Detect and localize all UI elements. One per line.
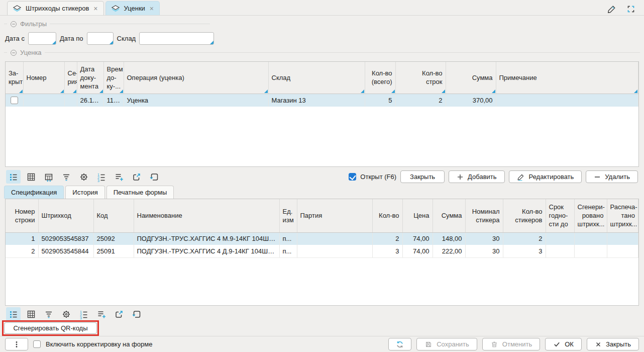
col-closed[interactable]: За- крыт [6,62,23,94]
cell-printed [607,232,638,245]
col-amount[interactable]: Сумма [433,199,465,232]
col-line-number[interactable]: Номер строки [6,199,38,232]
tab-specification[interactable]: Спецификация [4,186,64,199]
cell-amount: 148,00 [433,232,465,245]
add-row-icon[interactable] [94,307,109,321]
col-stickers-count[interactable]: Кол-во стикеров [503,199,546,232]
open-external-icon[interactable] [112,307,126,321]
collapse-minus-icon[interactable] [10,49,17,56]
col-sticker-value[interactable]: Номинал стикера [465,199,503,232]
date-from-label: Дата с [5,35,25,42]
tab-label: Уценки [124,5,145,12]
cell-price: 74,00 [402,232,433,245]
col-qty-total[interactable]: Кол-во (всего) [365,62,395,94]
col-warehouse[interactable]: Склад [268,62,365,94]
col-generated[interactable]: Сгенери- ровано штрихк... [574,199,607,232]
col-doc-date[interactable]: Дата доку- мента [77,62,103,94]
warehouse-field[interactable] [139,32,214,45]
svg-text:3: 3 [97,179,99,182]
col-unit[interactable]: Ед. изм [279,199,297,232]
more-actions-button[interactable] [5,338,28,350]
filter-icon[interactable] [41,307,56,321]
document-tabbar: Штрихкоды стикеров × Уценки × [0,0,644,16]
cancel-button[interactable]: Отменить [482,338,540,350]
grid-view-icon[interactable] [24,307,38,321]
plus-icon [457,173,464,181]
gear-icon[interactable] [59,307,73,321]
close-button[interactable]: Закрыть [587,338,639,350]
filter-icon[interactable] [59,170,73,184]
table-row[interactable]: 26.11.25 11:03 Уценка Магазин 13 5 2 370… [6,94,638,107]
date-from-input[interactable] [29,33,56,44]
reload-icon[interactable] [147,170,161,184]
minus-icon [594,173,601,181]
generate-qr-button[interactable]: Сгенерировать QR-коды [4,322,97,334]
cell-code: 25091 [93,245,134,257]
cell-price: 74,00 [402,245,433,257]
list-view-icon[interactable] [6,307,21,321]
date-to-field[interactable] [87,32,114,45]
col-note[interactable]: Примечание [496,62,638,94]
numbered-list-icon[interactable]: 123 [94,170,109,184]
open-external-icon[interactable] [129,170,144,184]
open-checkbox[interactable] [349,173,356,181]
date-to-input[interactable] [87,33,113,44]
cell-doc-date: 26.11.25 [77,94,103,107]
cell-barcode: 5029053545844 [38,245,93,257]
tab-close-icon[interactable]: × [149,5,154,12]
edit-button[interactable]: Редактировать [509,170,582,183]
fullscreen-icon[interactable] [626,4,636,14]
col-code[interactable]: Код [93,199,134,232]
cell-expiry [546,232,574,245]
pencil-icon[interactable] [607,4,617,14]
table-row[interactable]: 2 5029053545844 25091 ПОДГУЗН.-ТРУС.ХАГГ… [6,245,638,257]
cell-operation: Уценка [124,94,268,107]
table-row[interactable]: 1 5029053545837 25092 ПОДГУЗН.-ТРУС.ХАГГ… [6,232,638,245]
cell-doc-time: 11:03 [103,94,124,107]
col-sum[interactable]: Сумма [446,62,496,94]
col-expiry[interactable]: Срок годно- сти до [546,199,574,232]
tab-print-forms[interactable]: Печатные формы [106,186,174,199]
col-printed[interactable]: Распеча- тано штрихк... [607,199,638,232]
col-operation[interactable]: Операция (уценка) [124,62,268,94]
x-icon [595,341,602,348]
cell-qty-total: 5 [365,94,395,107]
col-rows-count[interactable]: Кол-во строк [395,62,446,94]
col-batch[interactable]: Партия [297,199,372,232]
gear-icon[interactable] [76,170,91,184]
tab-sticker-barcodes[interactable]: Штрихкоды стикеров × [7,1,104,15]
close-doc-button[interactable]: Закрыть [400,170,445,183]
col-barcode[interactable]: Штрихкод [38,199,93,232]
refresh-button[interactable] [388,338,411,350]
delete-button[interactable]: Удалить [586,170,638,183]
col-price[interactable]: Цена [402,199,433,232]
col-doc-time[interactable]: Врем до- ку-... [103,62,124,94]
numbered-list-icon[interactable]: 123 [76,307,91,321]
collapse-minus-icon[interactable] [10,21,17,28]
adjust-checkbox[interactable] [33,340,41,348]
bottom-bar: Включить корректировку на форме Сохранит… [0,336,644,352]
documents-table-panel: За- крыт Номер Се- рия Дата доку- мента … [5,61,639,167]
qr-button-highlight: Сгенерировать QR-коды [2,320,99,336]
tab-history[interactable]: История [65,186,104,199]
cell-amount: 222,00 [433,245,465,257]
row-closed-checkbox[interactable] [11,97,18,104]
col-name[interactable]: Наименование [134,199,279,232]
col-series[interactable]: Се- рия [64,62,77,94]
dots-vertical-icon [13,340,21,348]
save-button[interactable]: Сохранить [416,338,477,350]
date-from-field[interactable] [28,32,56,45]
col-qty[interactable]: Кол-во [372,199,402,232]
add-row-icon[interactable] [112,170,126,184]
add-button[interactable]: Добавить [449,170,504,183]
col-number[interactable]: Номер [23,62,64,94]
grid-view-icon[interactable] [24,170,38,184]
reload-icon[interactable] [129,307,144,321]
ok-button[interactable]: ОК [545,338,582,350]
tab-markdowns[interactable]: Уценки × [105,1,160,15]
warehouse-input[interactable] [140,33,213,44]
list-view-icon[interactable] [6,170,21,184]
tab-close-icon[interactable]: × [93,5,98,12]
cell-generated [574,245,607,257]
calendar-add-icon[interactable] [41,170,56,184]
